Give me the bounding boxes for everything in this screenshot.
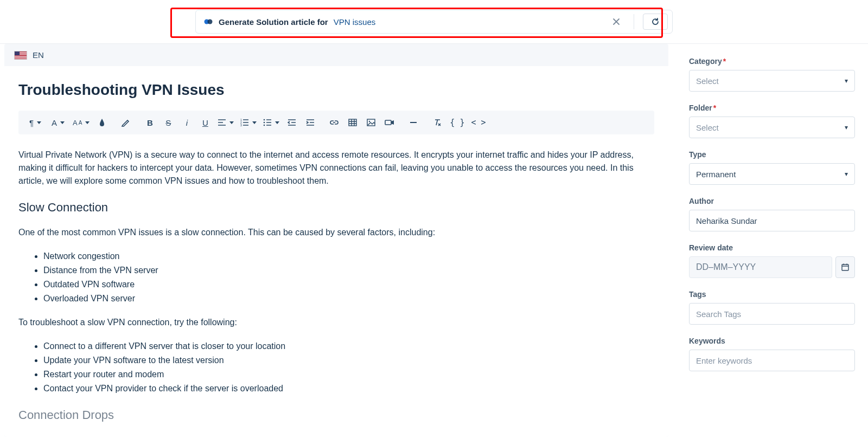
- date-placeholder: DD–MM–YYYY: [696, 262, 756, 272]
- video-button[interactable]: [380, 114, 399, 131]
- indent-button[interactable]: [301, 114, 320, 131]
- link-button[interactable]: [325, 114, 343, 131]
- language-selector[interactable]: EN: [4, 44, 668, 66]
- ai-generate-bar[interactable]: Generate Solution article for VPN issues: [195, 10, 673, 34]
- outdent-button[interactable]: [283, 114, 301, 131]
- ai-bar-label: Generate Solution article for: [219, 17, 328, 27]
- review-date-label: Review date: [689, 243, 855, 252]
- ordered-list-button[interactable]: 123: [237, 114, 260, 131]
- category-select[interactable]: Select ▾: [689, 70, 855, 92]
- list-item: Update your VPN software to the latest v…: [43, 354, 654, 367]
- article-intro: Virtual Private Network (VPN) is a secur…: [18, 149, 654, 188]
- flag-us-icon: [14, 51, 27, 60]
- underline-button[interactable]: U: [196, 114, 214, 131]
- font-family-button[interactable]: A: [47, 114, 69, 131]
- bold-button[interactable]: B: [141, 114, 159, 131]
- review-date-input[interactable]: DD–MM–YYYY: [689, 256, 832, 278]
- article-body[interactable]: Virtual Private Network (VPN) is a secur…: [4, 134, 668, 437]
- category-label: Category*: [689, 57, 855, 66]
- folder-label: Folder*: [689, 104, 855, 112]
- tags-input[interactable]: [689, 303, 855, 325]
- close-icon[interactable]: [608, 13, 625, 30]
- paragraph-format-button[interactable]: ¶: [24, 114, 47, 131]
- ai-sparkle-icon: [203, 17, 213, 27]
- strikethrough-button[interactable]: S: [159, 114, 177, 131]
- svg-rect-25: [349, 119, 356, 126]
- svg-point-31: [369, 121, 370, 122]
- svg-point-13: [264, 119, 265, 121]
- list-item: Distance from the VPN server: [43, 264, 654, 277]
- section-heading: Slow Connection: [18, 198, 654, 216]
- list-item: Overloaded VPN server: [43, 292, 654, 305]
- image-button[interactable]: [362, 114, 380, 131]
- keywords-label: Keywords: [689, 337, 855, 345]
- author-label: Author: [689, 197, 855, 205]
- author-select[interactable]: Neharika Sundar: [689, 210, 855, 231]
- chevron-down-icon: ▾: [845, 170, 848, 178]
- ai-bar-topic: VPN issues: [334, 17, 376, 27]
- select-value: Neharika Sundar: [696, 216, 757, 225]
- editor-pane: EN Troubleshooting VPN Issues ¶ A AA B S…: [4, 44, 668, 437]
- list-item: Connect to a different VPN server that i…: [43, 340, 654, 353]
- section-heading: Connection Drops: [18, 406, 654, 424]
- regenerate-button[interactable]: [643, 14, 668, 30]
- highlight-button[interactable]: [117, 114, 135, 131]
- list-item: Network congestion: [43, 250, 654, 263]
- select-value: Permanent: [696, 170, 736, 179]
- select-value: Select: [696, 123, 719, 132]
- table-button[interactable]: [343, 114, 362, 131]
- text-color-button[interactable]: [93, 114, 111, 131]
- type-label: Type: [689, 150, 855, 159]
- list-item: Restart your router and modem: [43, 368, 654, 381]
- section-text: To troubleshoot a slow VPN connection, t…: [18, 316, 654, 329]
- svg-point-15: [264, 125, 265, 126]
- section-text: One of the most common VPN issues is a s…: [18, 226, 654, 239]
- horizontal-rule-button[interactable]: [404, 114, 423, 131]
- svg-point-14: [264, 122, 265, 124]
- tags-label: Tags: [689, 290, 855, 299]
- font-size-button[interactable]: AA: [69, 114, 93, 131]
- folder-select[interactable]: Select ▾: [689, 117, 855, 138]
- code-block-button[interactable]: { }: [446, 114, 468, 131]
- properties-panel: Category* Select ▾ Folder* Select ▾ Type…: [673, 44, 868, 437]
- article-title[interactable]: Troubleshooting VPN Issues: [4, 66, 668, 111]
- unordered-list-button[interactable]: [260, 114, 283, 131]
- svg-text:3: 3: [240, 124, 242, 126]
- editor-toolbar: ¶ A AA B S i U 123: [18, 111, 654, 134]
- italic-button[interactable]: i: [177, 114, 196, 131]
- code-view-button[interactable]: < >: [468, 114, 489, 131]
- language-code: EN: [33, 50, 44, 60]
- calendar-icon[interactable]: [835, 256, 855, 278]
- chevron-down-icon: ▾: [845, 77, 848, 85]
- keywords-input[interactable]: [689, 350, 855, 371]
- svg-rect-37: [842, 264, 848, 270]
- causes-list: Network congestion Distance from the VPN…: [35, 250, 654, 305]
- select-value: Select: [696, 76, 719, 86]
- svg-rect-32: [385, 120, 391, 125]
- fixes-list: Connect to a different VPN server that i…: [35, 340, 654, 395]
- svg-point-1: [208, 20, 213, 24]
- type-select[interactable]: Permanent ▾: [689, 163, 855, 185]
- align-button[interactable]: [214, 114, 237, 131]
- divider: [634, 14, 634, 29]
- clear-format-button[interactable]: [428, 114, 446, 131]
- list-item: Contact your VPN provider to check if th…: [43, 382, 654, 395]
- chevron-down-icon: ▾: [845, 124, 848, 131]
- list-item: Outdated VPN software: [43, 278, 654, 291]
